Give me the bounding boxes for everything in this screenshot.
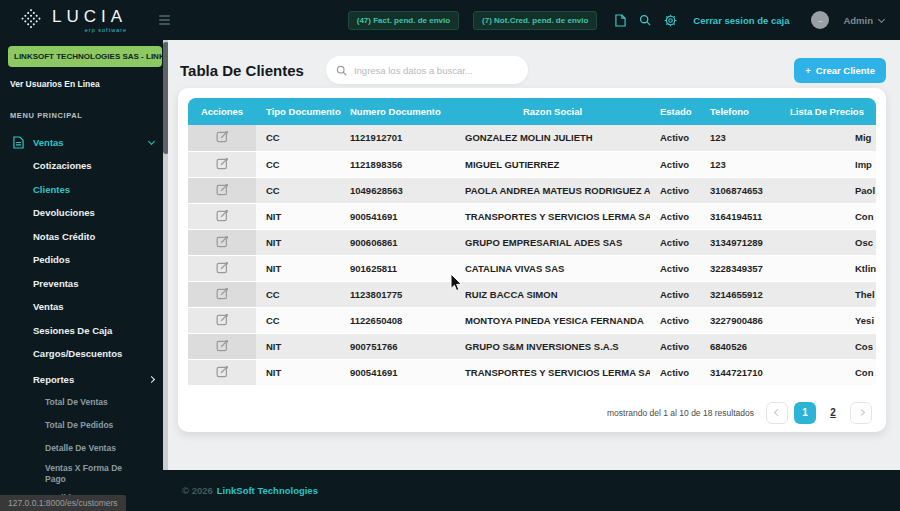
search-icon[interactable] [639,14,651,26]
sidebar-item-clientes[interactable]: Clientes [0,178,168,202]
user-menu[interactable]: Admin [843,15,884,26]
sidebar-item-total-de-ventas[interactable]: Total De Ventas [0,392,168,415]
edit-row-button[interactable] [188,281,256,307]
edit-row-button[interactable] [188,203,256,229]
sidebar-item-pedidos[interactable]: Pedidos [0,248,168,272]
menu-toggle-icon[interactable] [159,15,170,25]
pencil-square-icon [216,287,229,300]
search-input[interactable] [354,65,518,76]
sidebar-item-ventas-x-forma-de-pago[interactable]: Ventas X Forma De Pago [0,461,168,487]
pencil-square-icon [216,261,229,274]
sidebar-item-sesiones-de-caja[interactable]: Sesiones De Caja [0,319,168,343]
table-row: CC1123801775RUIZ BACCA SIMONActivo321465… [188,281,876,307]
cell-tipo: NIT [256,203,340,229]
cell-telefono: 3144721710 [700,359,780,385]
cell-telefono: 6840526 [700,333,780,359]
next-page-button[interactable] [850,402,872,424]
cell-lista: Con [780,203,876,229]
pending-invoices-badge[interactable]: (47) Fact. pend. de envio [348,11,459,30]
edit-row-button[interactable] [188,307,256,333]
cell-tipo: CC [256,151,340,177]
edit-row-button[interactable] [188,125,256,151]
column-header-acciones: Acciones [188,98,256,125]
cell-estado: Activo [650,359,700,385]
gear-icon[interactable] [664,14,677,27]
sidebar-item-preventas[interactable]: Preventas [0,272,168,296]
app-logo: LUCIA erp software [18,7,127,33]
cell-telefono: 3106874653 [700,177,780,203]
company-link[interactable]: LinkSoft Technologies [217,485,318,496]
sidebar-item-devoluciones[interactable]: Devoluciones [0,201,168,225]
edit-row-button[interactable] [188,333,256,359]
clients-table-card: Acciones Tipo Documento Numero Documento… [178,88,886,432]
sidebar-item-ventas[interactable]: Ventas [0,130,168,154]
company-badge[interactable]: LINKSOFT TECHNOLOGIES SAS - LINK [8,46,162,67]
cell-estado: Activo [650,203,700,229]
pagination: mostrando del 1 al 10 de 18 resultados 1… [178,386,886,424]
cell-tipo: CC [256,281,340,307]
cell-telefono: 3164194511 [700,203,780,229]
sidebar-item-notas-credito[interactable]: Notas Crédito [0,225,168,249]
cell-tipo: CC [256,177,340,203]
avatar[interactable]: – [811,11,829,29]
cell-lista: Cos [780,333,876,359]
edit-row-button[interactable] [188,177,256,203]
ventas-submenu: Cotizaciones Clientes Devoluciones Notas… [0,154,168,366]
page-title: Tabla De Clientes [180,62,304,79]
cell-razon: RUIZ BACCA SIMON [455,281,650,307]
pending-credit-notes-badge[interactable]: (7) Not.Cred. pend. de envio [473,11,597,30]
sidebar-item-detalle-de-ventas[interactable]: Detalle De Ventas [0,438,168,461]
edit-row-button[interactable] [188,229,256,255]
prev-page-button[interactable] [766,402,788,424]
reportes-submenu: Total De Ventas Total De Pedidos Detalle… [0,392,168,510]
plus-icon: + [805,65,811,76]
cell-telefono: 3227900486 [700,307,780,333]
pencil-square-icon [216,339,229,352]
online-users-link[interactable]: Ver Usuarios En Linea [10,79,168,89]
cell-razon: GONZALEZ MOLIN JULIETH [455,125,650,151]
cell-numero: 1121898356 [340,151,455,177]
cell-lista: Osc [780,229,876,255]
sidebar-item-ventas-sub[interactable]: Ventas [0,295,168,319]
cell-razon: MIGUEL GUTIERREZ [455,151,650,177]
sidebar-item-label: Reportes [33,374,74,385]
close-cash-session-link[interactable]: Cerrar sesion de caja [693,15,789,26]
search-box[interactable] [326,56,528,84]
edit-row-button[interactable] [188,255,256,281]
cell-estado: Activo [650,333,700,359]
cell-numero: 1122650408 [340,307,455,333]
chevron-right-icon [857,409,864,416]
cell-tipo: CC [256,125,340,151]
cell-numero: 1121912701 [340,125,455,151]
table-header: Acciones Tipo Documento Numero Documento… [188,98,876,125]
chevron-down-icon [148,137,155,144]
cell-telefono: 3134971289 [700,229,780,255]
sidebar-item-reportes[interactable]: Reportes [0,368,168,392]
cell-tipo: NIT [256,229,340,255]
edit-row-button[interactable] [188,359,256,385]
sidebar-item-total-de-pedidos[interactable]: Total De Pedidos [0,415,168,438]
cell-estado: Activo [650,281,700,307]
logo-text: LUCIA [52,8,127,25]
cell-razon: PAOLA ANDREA MATEUS RODRIGUEZ Asf Asfas [455,177,650,203]
cell-tipo: NIT [256,255,340,281]
sidebar-item-cotizaciones[interactable]: Cotizaciones [0,154,168,178]
page-2-button[interactable]: 2 [822,402,844,424]
column-header-tipo-documento: Tipo Documento [256,98,340,125]
cell-lista: Imp [780,151,876,177]
create-client-button[interactable]: + Crear Cliente [794,58,886,83]
table-row: CC1122650408MONTOYA PINEDA YESICA FERNAN… [188,307,876,333]
page-1-button[interactable]: 1 [794,402,816,424]
cell-razon: MONTOYA PINEDA YESICA FERNANDA [455,307,650,333]
menu-section-header: MENU PRINCIPAL [10,111,168,120]
table-row: NIT901625811CATALINA VIVAS SASActivo3228… [188,255,876,281]
file-icon[interactable] [615,14,626,27]
cell-numero: 900751766 [340,333,455,359]
cell-razon: GRUPO EMPRESARIAL ADES SAS [455,229,650,255]
sidebar-item-cargos-descuentos[interactable]: Cargos/Descuentos [0,342,168,366]
table-row: CC1049628563PAOLA ANDREA MATEUS RODRIGUE… [188,177,876,203]
cell-lista: Ktlin [780,255,876,281]
cell-razon: TRANSPORTES Y SERVICIOS LERMA SAS [455,203,650,229]
browser-status-url: 127.0.0.1:8000/es/customers [0,495,126,511]
edit-row-button[interactable] [188,151,256,177]
